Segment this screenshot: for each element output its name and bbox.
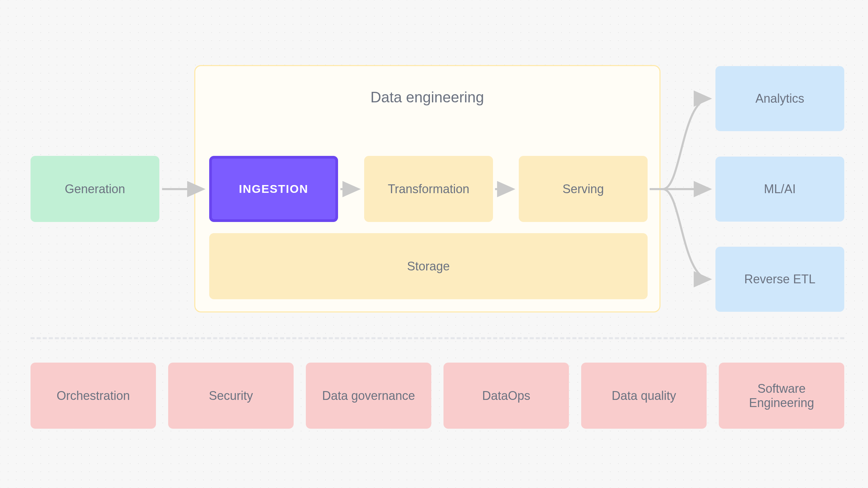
- node-quality: Data quality: [581, 363, 707, 429]
- node-security: Security: [168, 363, 294, 429]
- node-transformation: Transformation: [364, 156, 493, 222]
- node-generation: Generation: [31, 156, 159, 222]
- node-analytics: Analytics: [715, 66, 844, 131]
- arrow-serving-reverse-etl: [663, 189, 710, 279]
- node-orchestration: Orchestration: [31, 363, 156, 429]
- node-mlai: ML/AI: [715, 157, 844, 222]
- node-storage: Storage: [209, 233, 648, 299]
- node-swe: Software Engineering: [719, 363, 844, 429]
- container-title: Data engineering: [353, 89, 502, 106]
- diagram-canvas: Generation Data engineering INGESTION Tr…: [0, 0, 868, 488]
- node-ingestion: INGESTION: [209, 156, 338, 222]
- node-serving: Serving: [519, 156, 648, 222]
- node-governance: Data governance: [306, 363, 431, 429]
- section-divider: [31, 337, 844, 339]
- node-dataops: DataOps: [443, 363, 569, 429]
- node-reverse-etl: Reverse ETL: [715, 247, 844, 312]
- arrow-serving-analytics: [663, 99, 710, 189]
